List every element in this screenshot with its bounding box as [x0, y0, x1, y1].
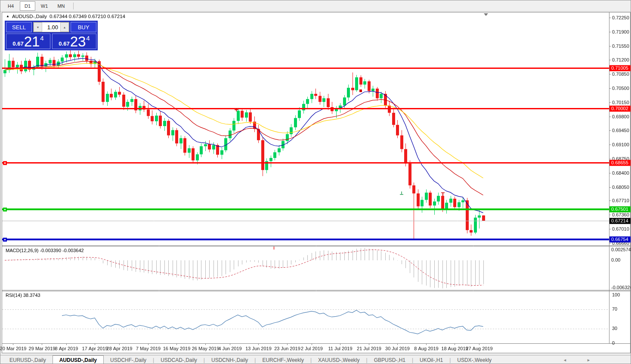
symbol-tab-ukoil-h1[interactable]: UKOil-,H1 — [413, 355, 449, 364]
tabs-scroll-right-icon[interactable]: ► — [587, 355, 591, 364]
timeframe-button-d1[interactable]: D1 — [20, 1, 35, 11]
symbol-tab-usdchf-daily[interactable]: USDCHF-,Daily — [104, 355, 153, 364]
chart-symbol-label: AUDUSD-,Daily — [12, 14, 47, 19]
symbol-tab-bar: EURUSD-,DailyAUDUSD-,DailyUSDCHF-,Daily|… — [0, 355, 631, 364]
timeframe-button-h4[interactable]: H4 — [3, 1, 19, 11]
symbol-tab-audusd-daily[interactable]: AUDUSD-,Daily — [53, 355, 104, 364]
symbol-tab-gbpusd-h1[interactable]: GBPUSD-,H1 — [368, 355, 412, 364]
tabs-scroll-left-icon[interactable]: ◄ — [563, 355, 567, 364]
symbol-tab-usdcnh-daily[interactable]: USDCNH-,Daily — [205, 355, 254, 364]
volume-decrease-icon[interactable]: ▼ — [34, 22, 42, 32]
volume-stepper: ▼ 1.00 ▲ — [33, 22, 69, 32]
sell-button[interactable]: SELL — [6, 22, 32, 32]
buy-price-sup: 4 — [86, 34, 90, 42]
toolbar-divider — [73, 3, 74, 9]
timeframe-button-w1[interactable]: W1 — [37, 1, 52, 11]
timeframe-toolbar: H4D1W1MN — [0, 0, 631, 12]
chart-title: ▲ AUDUSD-,Daily 0.67344 0.67349 0.67210 … — [6, 14, 125, 19]
symbol-tab-usdx-weekly[interactable]: USDX-,Weekly — [451, 355, 498, 364]
sell-price-display[interactable]: 0.67 21 4 — [6, 34, 50, 49]
symbol-tab-usdcad-daily[interactable]: USDCAD-,Daily — [154, 355, 204, 364]
timeframe-button-mn[interactable]: MN — [53, 1, 69, 11]
buy-price-display[interactable]: 0.67 23 4 — [52, 34, 96, 49]
price-chart-canvas[interactable] — [0, 0, 631, 364]
sell-price-sup: 4 — [40, 34, 43, 42]
volume-increase-icon[interactable]: ▲ — [60, 22, 69, 32]
sell-price-prefix: 0.67 — [12, 40, 23, 47]
symbol-tab-eurusd-daily[interactable]: EURUSD-,Daily — [3, 355, 53, 364]
buy-price-big: 23 — [70, 34, 86, 49]
sell-price-big: 21 — [24, 34, 40, 49]
buy-button[interactable]: BUY — [71, 22, 96, 32]
buy-price-prefix: 0.67 — [59, 40, 69, 47]
volume-input[interactable]: 1.00 — [42, 22, 60, 32]
symbol-tab-xauusd-weekly[interactable]: XAUUSD-,Weekly — [312, 355, 366, 364]
rsi-indicator-label: RSI(14) 38.3743 — [6, 293, 40, 298]
collapse-panel-icon[interactable]: ▲ — [6, 14, 9, 18]
one-click-trade-panel: SELL ▼ 1.00 ▲ BUY 0.67 21 4 0.67 23 4 — [5, 21, 98, 50]
symbol-tab-eurchf-weekly[interactable]: EURCHF-,Weekly — [256, 355, 310, 364]
chart-ohlc-values: 0.67344 0.67349 0.67210 0.67214 — [49, 14, 125, 19]
macd-indicator-label: MACD(12,26,9) -0.003390 -0.003642 — [6, 248, 84, 253]
